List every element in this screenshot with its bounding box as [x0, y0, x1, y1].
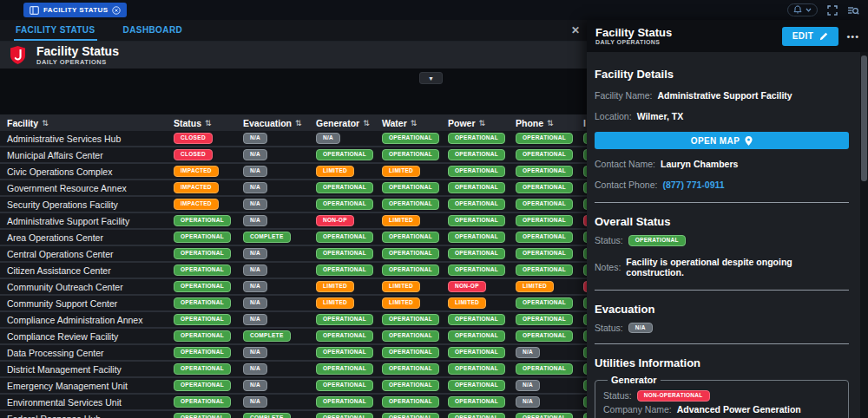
status-badge: OPERATIONAL — [448, 133, 505, 144]
status-badge: OPERATIONAL — [316, 363, 373, 375]
table-row[interactable]: Environmental Services UnitOPERATIONALN/… — [0, 395, 587, 411]
tab-dashboard[interactable]: DASHBOARD — [122, 20, 185, 41]
column-header[interactable]: Power⇅ — [441, 114, 509, 131]
more-options-icon[interactable]: ••• — [846, 33, 859, 40]
status-cell: OPERATIONAL — [375, 131, 441, 146]
table-row[interactable]: Administrative Support FacilityOPERATION… — [0, 213, 587, 230]
table-row[interactable]: Area Operations CenterOPERATIONALCOMPLET… — [0, 230, 587, 246]
table-row[interactable]: Emergency Management UnitOPERATIONALN/AO… — [0, 378, 587, 395]
table-row[interactable]: District Management FacilityOPERATIONALN… — [0, 362, 587, 378]
detail-panel-header: Facility Status DAILY OPERATIONS EDIT ••… — [587, 20, 868, 52]
status-badge: COMPLETE — [243, 413, 291, 418]
open-map-button[interactable]: OPEN MAP — [595, 132, 849, 149]
panel-scrollbar-thumb[interactable] — [861, 56, 867, 181]
facility-name-cell: Central Operations Center — [0, 246, 167, 261]
status-badge: NON-OP — [316, 215, 354, 226]
column-header[interactable]: Evacuation⇅ — [236, 114, 309, 131]
facility-name-cell: Environmental Services Unit — [0, 395, 167, 409]
status-cell: OPERATIONAL — [441, 378, 509, 393]
contact-name-label: Contact Name: — [595, 159, 655, 169]
table-row[interactable]: Federal Response HubOPERATIONALCOMPLETEO… — [0, 411, 587, 418]
status-badge: OPERATIONAL — [174, 413, 231, 418]
column-header[interactable]: I⇅ — [576, 114, 587, 131]
column-header[interactable]: Water⇅ — [375, 114, 441, 131]
close-icon[interactable]: ✕ — [571, 23, 580, 37]
board-chip-label: FACILITY STATUS — [43, 6, 108, 14]
column-header[interactable]: Status⇅ — [167, 114, 236, 131]
status-badge: OPERATIONAL — [382, 265, 439, 276]
status-cell: OPERATIONAL — [509, 164, 576, 179]
edit-button[interactable]: EDIT — [782, 27, 839, 46]
tab-facility-status[interactable]: FACILITY STATUS — [14, 20, 97, 41]
table-row[interactable]: Central Operations CenterOPERATIONALN/AO… — [0, 246, 587, 263]
status-cell: OPERATIONAL — [509, 263, 576, 278]
notifications-button[interactable] — [787, 3, 818, 16]
status-cell: OPERATIONAL — [576, 246, 587, 261]
column-header[interactable]: Facility⇅ — [0, 114, 167, 131]
table-row[interactable]: Security Operations FacilityIMPACTEDN/AO… — [0, 197, 587, 213]
fullscreen-icon[interactable] — [827, 5, 838, 16]
sort-icon: ⇅ — [363, 119, 370, 127]
status-badge: LIMITED — [516, 281, 554, 292]
status-badge: OPERATIONAL — [174, 363, 231, 375]
table-row[interactable]: Municipal Affairs CenterCLOSEDN/AOPERATI… — [0, 147, 587, 164]
status-badge: OPERATIONAL — [382, 149, 439, 160]
status-cell: OPERATIONAL — [309, 378, 375, 393]
table-row[interactable]: Community Support CenterOPERATIONALN/ALI… — [0, 296, 587, 312]
status-badge: OPERATIONAL — [448, 330, 505, 342]
status-badge: OPERATIONAL — [316, 347, 373, 358]
status-badge: N/A — [243, 297, 267, 309]
notes-value: Facility is operational despite ongoing … — [626, 257, 849, 278]
status-cell: COMPLETE — [236, 230, 309, 245]
generator-company-label: Company Name: — [603, 404, 672, 415]
status-cell: N/A — [236, 197, 309, 212]
status-cell: COMPLETE — [236, 411, 309, 418]
status-badge: OPERATIONAL — [448, 199, 505, 210]
table-row[interactable]: Government Resource AnnexIMPACTEDN/AOPER… — [0, 180, 587, 197]
sort-icon: ⇅ — [411, 119, 418, 127]
status-badge: N/A — [243, 380, 267, 391]
facility-name-cell: Government Resource Annex — [0, 180, 167, 195]
status-cell: OPERATIONAL — [576, 180, 587, 195]
table-row[interactable]: Community Outreach CenterOPERATIONALN/AL… — [0, 279, 587, 296]
table-row[interactable]: Compliance Administration AnnexOPERATION… — [0, 312, 587, 329]
section-heading-facility-details: Facility Details — [595, 68, 849, 81]
status-badge: OPERATIONAL — [316, 149, 373, 160]
search-filter-icon[interactable] — [847, 5, 859, 16]
generator-legend: Generator — [608, 375, 661, 385]
status-cell: OPERATIONAL — [576, 411, 587, 418]
status-cell: OPERATIONAL — [509, 131, 576, 146]
status-cell: OPERATIONAL — [441, 246, 509, 261]
board-chip-facility-status[interactable]: FACILITY STATUS — [23, 3, 127, 17]
chip-close-icon[interactable] — [112, 6, 121, 15]
status-cell: OPERATIONAL — [375, 180, 441, 195]
overall-status-badge: OPERATIONAL — [628, 235, 686, 246]
facility-name-cell: Compliance Administration Annex — [0, 312, 167, 327]
status-cell: N/A — [236, 312, 309, 327]
contact-phone-label: Contact Phone: — [595, 180, 657, 190]
status-badge: OPERATIONAL — [382, 314, 439, 325]
table-row[interactable]: Data Processing CenterOPERATIONALN/AOPER… — [0, 345, 587, 362]
table-row[interactable]: Citizen Assistance CenterOPERATIONALN/AO… — [0, 263, 587, 279]
status-cell: N/A — [509, 378, 576, 393]
detail-panel-body: Facility Details Facility Name: Administ… — [587, 52, 868, 418]
status-cell: N/A — [236, 279, 309, 294]
table-row[interactable]: Compliance Review FacilityOPERATIONALCOM… — [0, 329, 587, 345]
column-header-label: Facility — [7, 118, 38, 128]
status-cell: N/A — [236, 213, 309, 228]
table-row[interactable]: Administrative Services HubCLOSEDN/AN/AO… — [0, 131, 587, 147]
column-header[interactable]: Phone⇅ — [509, 114, 576, 131]
contact-phone-link[interactable]: (877) 771-0911 — [662, 180, 724, 190]
status-badge: OPERATIONAL — [448, 396, 505, 408]
status-badge: LIMITED — [382, 166, 420, 177]
column-header[interactable]: Generator⇅ — [309, 114, 375, 131]
status-badge: OPERATIONAL — [382, 232, 439, 243]
status-badge: LIMITED — [382, 297, 420, 309]
status-cell: IMPACTED — [167, 180, 236, 195]
board-subtitle: DAILY OPERATIONS — [36, 58, 119, 66]
collapse-toggle-button[interactable]: ▼ — [419, 72, 443, 84]
edit-button-label: EDIT — [792, 31, 814, 41]
table-row[interactable]: Civic Operations ComplexIMPACTEDN/ALIMIT… — [0, 164, 587, 180]
notes-label: Notes: — [595, 262, 621, 272]
status-cell: OPERATIONAL — [441, 345, 509, 360]
